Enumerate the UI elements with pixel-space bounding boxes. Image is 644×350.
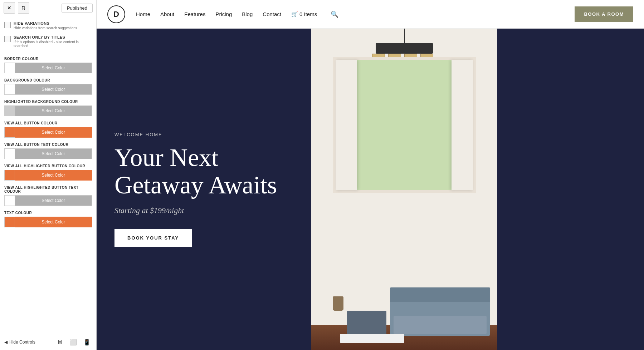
mobile-view-button[interactable]: 📱 — [82, 337, 92, 347]
highlighted-bg-colour-button[interactable]: Select Color — [15, 105, 92, 116]
hero-subheading: Starting at $199/night — [114, 206, 293, 215]
right-panel: D Home About Features Pricing Blog Conta… — [97, 0, 644, 350]
mobile-icon: 📱 — [83, 339, 91, 346]
view-all-btn-colour-button[interactable]: Select Color — [15, 127, 92, 138]
view-all-highlighted-btn-text-colour-swatch[interactable] — [4, 195, 15, 206]
view-all-btn-colour-swatch[interactable] — [4, 127, 15, 138]
panel-content: HIDE VARIATIONS Hide variations from sea… — [0, 16, 96, 334]
border-colour-button[interactable]: Select Color — [15, 63, 92, 73]
hero-text: WELCOME HOME Your Next Getaway Awaits St… — [97, 29, 311, 350]
view-all-highlighted-btn-colour-section: VIEW ALL HIGHLIGHTED BUTTON COLOUR Selec… — [4, 164, 92, 181]
coffee-table — [340, 334, 404, 343]
left-panel: ✕ ⇅ Published HIDE VARIATIONS Hide varia… — [0, 0, 97, 350]
view-all-highlighted-btn-colour-button[interactable]: Select Color — [15, 170, 92, 181]
border-colour-label: BORDER COLOUR — [4, 57, 92, 61]
hero-image — [311, 29, 497, 350]
nav-contact[interactable]: Contact — [263, 11, 281, 17]
border-colour-section: BORDER COLOUR Select Color — [4, 57, 92, 73]
ottoman — [347, 311, 386, 336]
view-all-btn-text-colour-button[interactable]: Select Color — [15, 148, 92, 159]
panel-footer: ◀ Hide Controls 🖥 ⬜ 📱 — [0, 334, 96, 350]
close-icon: ✕ — [7, 5, 11, 11]
hide-variations-label: HIDE VARIATIONS — [14, 21, 77, 25]
highlighted-bg-colour-swatch[interactable] — [4, 105, 15, 116]
search-by-titles-section: SEARCH ONLY BY TITLES If this options is… — [4, 35, 92, 48]
view-all-highlighted-btn-text-colour-button[interactable]: Select Color — [15, 195, 92, 206]
cart-link[interactable]: 🛒 0 Items — [291, 11, 317, 18]
search-icon[interactable]: 🔍 — [331, 10, 338, 18]
room-simulation — [311, 29, 497, 350]
hero-heading-line1: Your Next — [114, 144, 218, 171]
search-by-titles-toggle[interactable] — [4, 36, 11, 42]
hide-variations-toggle[interactable] — [4, 22, 11, 28]
hero-heading-line2: Getaway Awaits — [114, 171, 277, 199]
text-colour-swatch[interactable] — [4, 217, 15, 227]
text-colour-label: TEXT COLOUR — [4, 211, 92, 215]
background-colour-swatch[interactable] — [4, 84, 15, 95]
site-header: D Home About Features Pricing Blog Conta… — [97, 0, 644, 29]
close-button[interactable]: ✕ — [4, 2, 15, 14]
tablet-view-button[interactable]: ⬜ — [68, 337, 78, 347]
arrow-left-icon: ◀ — [4, 340, 8, 345]
view-all-highlighted-btn-colour-row: Select Color — [4, 170, 92, 181]
chandelier — [376, 29, 433, 54]
view-all-highlighted-btn-text-colour-label: VIEW ALL HIGHLIGHTED BUTTON TEXT COLOUR — [4, 186, 92, 193]
curtain-left — [336, 60, 357, 190]
nav-blog[interactable]: Blog — [242, 11, 253, 17]
sort-button[interactable]: ⇅ — [18, 2, 29, 14]
tablet-icon: ⬜ — [70, 339, 77, 346]
site-nav: Home About Features Pricing Blog Contact… — [136, 10, 338, 18]
hide-variations-section: HIDE VARIATIONS Hide variations from sea… — [4, 21, 92, 30]
cart-icon: 🛒 — [291, 11, 298, 18]
window — [333, 57, 476, 193]
curtain-right — [452, 60, 473, 190]
view-all-btn-colour-label: VIEW ALL BUTTON COLOUR — [4, 121, 92, 125]
logo-letter: D — [113, 10, 119, 19]
chandelier-body — [376, 43, 433, 54]
highlighted-bg-colour-label: HIGHLIGHTED BACKGROUND COLOUR — [4, 100, 92, 104]
text-colour-row: Select Color — [4, 217, 92, 227]
site-logo: D — [107, 5, 125, 23]
chandelier-stem — [404, 29, 405, 43]
view-all-btn-text-colour-swatch[interactable] — [4, 148, 15, 159]
highlighted-bg-colour-section: HIGHLIGHTED BACKGROUND COLOUR Select Col… — [4, 100, 92, 116]
plant-pot — [333, 296, 343, 311]
view-all-highlighted-btn-text-colour-section: VIEW ALL HIGHLIGHTED BUTTON TEXT COLOUR … — [4, 186, 92, 206]
nav-about[interactable]: About — [160, 11, 174, 17]
desktop-icon: 🖥 — [57, 339, 63, 345]
sort-icon: ⇅ — [21, 5, 26, 11]
view-all-highlighted-btn-colour-label: VIEW ALL HIGHLIGHTED BUTTON COLOUR — [4, 164, 92, 168]
sofa-back — [390, 287, 490, 302]
hide-controls-label: Hide Controls — [9, 340, 35, 345]
hero-cta-button[interactable]: BOOK YOUR STAY — [114, 229, 192, 247]
search-by-titles-label: SEARCH ONLY BY TITLES — [14, 35, 92, 39]
background-colour-button[interactable]: Select Color — [15, 84, 92, 95]
view-all-btn-colour-section: VIEW ALL BUTTON COLOUR Select Color — [4, 121, 92, 138]
view-all-btn-text-colour-row: Select Color — [4, 148, 92, 159]
border-colour-swatch[interactable] — [4, 63, 15, 73]
footer-icons: 🖥 ⬜ 📱 — [55, 337, 92, 347]
nav-home[interactable]: Home — [136, 11, 150, 17]
view-all-highlighted-btn-colour-swatch[interactable] — [4, 170, 15, 181]
desktop-view-button[interactable]: 🖥 — [55, 337, 65, 347]
background-colour-label: BACKGROUND COLOUR — [4, 78, 92, 82]
panel-header: ✕ ⇅ Published — [0, 0, 96, 16]
highlighted-bg-colour-row: Select Color — [4, 105, 92, 116]
background-colour-section: BACKGROUND COLOUR Select Color — [4, 78, 92, 95]
hero-welcome: WELCOME HOME — [114, 132, 293, 137]
text-colour-button[interactable]: Select Color — [15, 217, 92, 227]
hero-heading: Your Next Getaway Awaits — [114, 144, 293, 199]
sofa — [390, 300, 490, 336]
search-by-titles-desc: If this options is disabled - also conte… — [14, 40, 92, 48]
view-all-btn-text-colour-label: VIEW ALL BUTTON TEXT COLOUR — [4, 143, 92, 147]
published-badge: Published — [62, 4, 93, 13]
border-colour-row: Select Color — [4, 63, 92, 73]
background-colour-row: Select Color — [4, 84, 92, 95]
book-a-room-button[interactable]: BOOK A ROOM — [575, 6, 633, 22]
view-all-btn-colour-row: Select Color — [4, 127, 92, 138]
sofa-cushion — [394, 316, 487, 334]
nav-pricing[interactable]: Pricing — [215, 11, 232, 17]
view-all-btn-text-colour-section: VIEW ALL BUTTON TEXT COLOUR Select Color — [4, 143, 92, 159]
nav-features[interactable]: Features — [184, 11, 205, 17]
hide-controls-button[interactable]: ◀ Hide Controls — [4, 340, 35, 345]
